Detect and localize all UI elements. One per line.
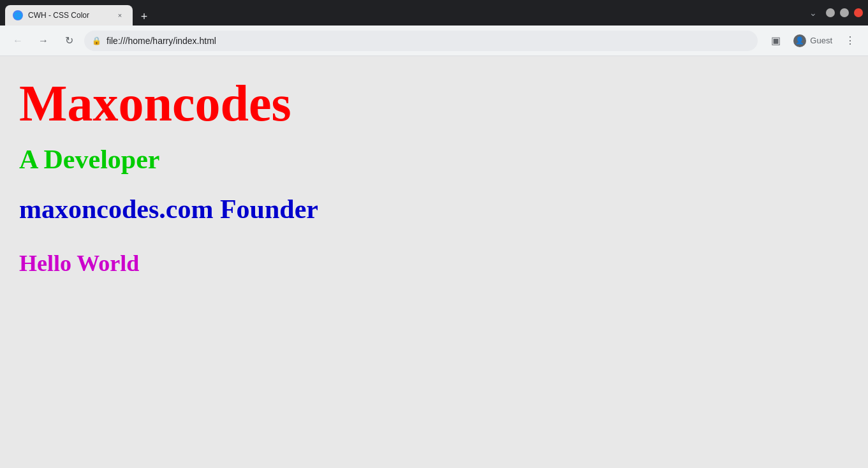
title-bar: 🌐 CWH - CSS Color × + ⌄ (0, 0, 868, 26)
address-text: file:///home/harry/index.html (107, 36, 750, 46)
sidebar-button[interactable]: ▣ (765, 31, 786, 51)
menu-icon: ⋮ (845, 34, 855, 47)
profile-button[interactable]: 👤 Guest (788, 31, 837, 51)
founder-heading: maxoncodes.com Founder (19, 194, 849, 224)
favicon-icon: 🌐 (14, 12, 22, 19)
reload-icon: ↻ (65, 34, 73, 47)
tab-strip: 🌐 CWH - CSS Color × + (5, 0, 153, 26)
window-controls: ⌄ (805, 5, 863, 20)
main-heading: Maxoncodes (19, 75, 849, 131)
browser-window: 🌐 CWH - CSS Color × + ⌄ ← → ↻ 🔒 file:///… (0, 0, 868, 468)
tab-favicon: 🌐 (13, 10, 23, 20)
avatar-icon: 👤 (795, 36, 804, 45)
expand-list-button[interactable]: ⌄ (805, 5, 821, 20)
toolbar-right: ▣ 👤 Guest ⋮ (765, 31, 860, 51)
menu-button[interactable]: ⋮ (840, 31, 860, 51)
back-icon: ← (13, 35, 23, 47)
maximize-button[interactable] (840, 8, 849, 17)
reload-button[interactable]: ↻ (59, 31, 79, 51)
new-tab-button[interactable]: + (135, 8, 153, 26)
address-bar[interactable]: 🔒 file:///home/harry/index.html (84, 31, 758, 51)
tab-title: CWH - CSS Color (28, 11, 110, 20)
page-content: Maxoncodes A Developer maxoncodes.com Fo… (0, 56, 868, 468)
browser-toolbar: ← → ↻ 🔒 file:///home/harry/index.html ▣ … (0, 26, 868, 56)
back-button[interactable]: ← (8, 31, 28, 51)
forward-icon: → (38, 35, 48, 47)
sidebar-icon: ▣ (771, 34, 781, 47)
tab-close-button[interactable]: × (115, 10, 125, 20)
hello-world-heading: Hello World (19, 250, 849, 277)
close-button[interactable] (854, 8, 863, 17)
forward-button[interactable]: → (33, 31, 54, 51)
active-tab[interactable]: 🌐 CWH - CSS Color × (5, 5, 133, 26)
profile-name: Guest (810, 36, 832, 45)
avatar: 👤 (793, 34, 806, 47)
developer-heading: A Developer (19, 144, 849, 175)
minimize-button[interactable] (826, 8, 835, 17)
security-icon: 🔒 (92, 36, 101, 45)
